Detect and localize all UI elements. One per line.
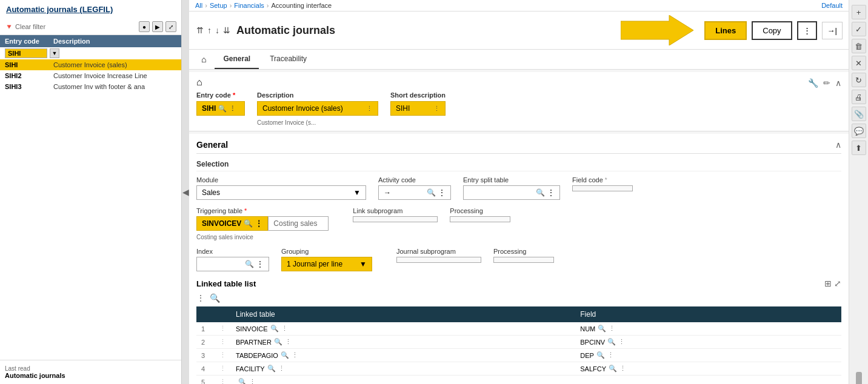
- breadcrumb-default[interactable]: Default: [821, 2, 843, 9]
- index-more-icon[interactable]: ⋮: [256, 260, 264, 268]
- list-item[interactable]: SIHI2 Customer Invoice Increase Line: [0, 70, 181, 81]
- link-subprogram-input[interactable]: [353, 216, 438, 222]
- lines-button[interactable]: Lines: [704, 21, 747, 40]
- entry-code-filter[interactable]: [5, 48, 47, 58]
- nav-prev-btn[interactable]: ↑: [206, 25, 213, 35]
- filter-toggle-icon[interactable]: ▼: [50, 48, 59, 58]
- cell-more-icon[interactable]: ⋮: [619, 365, 626, 372]
- right-add-btn[interactable]: +: [852, 5, 866, 19]
- right-print-btn[interactable]: 🖨: [852, 90, 866, 104]
- entry-split-input[interactable]: 🔍 ⋮: [463, 185, 560, 200]
- record-collapse-btn[interactable]: ∧: [834, 77, 843, 89]
- linked-table-layers-btn[interactable]: ⊞: [824, 279, 832, 288]
- home-icon[interactable]: ⌂: [196, 77, 202, 87]
- processing-input-1[interactable]: [450, 216, 510, 222]
- breadcrumb-setup[interactable]: Setup: [210, 2, 227, 9]
- journal-subprogram-input[interactable]: [396, 257, 481, 263]
- index-input[interactable]: 🔍 ⋮: [196, 257, 269, 271]
- exit-button[interactable]: →|: [822, 22, 843, 39]
- module-select[interactable]: Sales ▼: [196, 185, 366, 200]
- row-drag[interactable]: ⋮: [215, 336, 231, 349]
- activity-code-input[interactable]: → 🔍 ⋮: [378, 185, 451, 200]
- right-delete-btn[interactable]: 🗑: [852, 39, 866, 53]
- right-checkmark-btn[interactable]: ✓: [852, 22, 866, 36]
- entry-code-input[interactable]: SIHI 🔍 ⋮: [196, 101, 245, 116]
- cell-more-icon[interactable]: ⋮: [278, 365, 285, 372]
- cell-more-icon[interactable]: ⋮: [285, 338, 292, 346]
- cell-search-icon[interactable]: 🔍: [596, 351, 605, 359]
- right-chat-btn[interactable]: 💬: [852, 124, 866, 138]
- cell-more-icon[interactable]: ⋮: [249, 378, 256, 384]
- processing-input-2[interactable]: [493, 257, 554, 263]
- entry-more-icon[interactable]: ⋮: [229, 105, 236, 113]
- sidebar-icon-2[interactable]: ▶: [152, 21, 163, 32]
- nav-first-btn[interactable]: ⇈: [195, 25, 205, 35]
- right-clip-btn[interactable]: 📎: [852, 107, 866, 121]
- cell-search-icon[interactable]: 🔍: [609, 365, 617, 372]
- cell-search-icon[interactable]: 🔍: [270, 325, 279, 333]
- table-row[interactable]: 2 ⋮ BPARTNER 🔍 ⋮: [196, 336, 841, 349]
- right-upload-btn[interactable]: ⬆: [852, 141, 866, 155]
- table-row[interactable]: 5 ⋮ 🔍 ⋮: [196, 376, 841, 385]
- sidebar-collapse-btn[interactable]: ◀: [182, 0, 189, 384]
- row-drag[interactable]: ⋮: [215, 362, 231, 376]
- table-row[interactable]: 4 ⋮ FACILITY 🔍 ⋮: [196, 362, 841, 376]
- table-search-btn[interactable]: 🔍: [210, 293, 220, 303]
- record-pencil-btn[interactable]: ✏: [822, 77, 832, 89]
- row-drag[interactable]: ⋮: [215, 349, 231, 362]
- cell-search-icon[interactable]: 🔍: [598, 325, 606, 333]
- cell-more-icon[interactable]: ⋮: [607, 351, 614, 359]
- cell-search-icon[interactable]: 🔍: [267, 365, 276, 372]
- sidebar-title[interactable]: Automatic journals (LEGFIL): [0, 0, 181, 19]
- index-search-icon[interactable]: 🔍: [245, 260, 254, 268]
- cell-search-icon[interactable]: 🔍: [281, 351, 289, 359]
- record-wrench-btn[interactable]: 🔧: [807, 77, 820, 89]
- activity-more-icon[interactable]: ⋮: [438, 188, 446, 197]
- list-item[interactable]: SIHI3 Customer Inv with footer & ana: [0, 81, 181, 92]
- description-input[interactable]: Customer Invoice (sales) ⋮: [257, 101, 378, 116]
- entry-search-icon[interactable]: 🔍: [218, 105, 227, 113]
- tab-traceability[interactable]: Traceability: [261, 50, 315, 69]
- trigger-search-icon[interactable]: 🔍: [244, 219, 253, 228]
- sidebar-expand-icon[interactable]: ⤢: [165, 21, 176, 32]
- activity-search-icon[interactable]: 🔍: [427, 188, 436, 197]
- short-desc-more-icon[interactable]: ⋮: [433, 105, 440, 113]
- cell-more-icon[interactable]: ⋮: [292, 351, 298, 359]
- scroll-thumb[interactable]: [856, 372, 862, 384]
- copy-button[interactable]: Copy: [752, 21, 792, 40]
- cell-more-icon[interactable]: ⋮: [281, 325, 288, 333]
- cell-search-icon[interactable]: 🔍: [238, 378, 247, 384]
- right-x-btn[interactable]: ✕: [852, 56, 866, 70]
- table-row[interactable]: 1 ⋮ SINVOICE 🔍 ⋮: [196, 322, 841, 336]
- desc-more-icon[interactable]: ⋮: [366, 105, 373, 113]
- costing-input[interactable]: Costing sales: [268, 216, 329, 231]
- trigger-more-icon[interactable]: ⋮: [255, 219, 262, 228]
- tab-home[interactable]: ⌂: [195, 50, 212, 69]
- nav-next-btn[interactable]: ↓: [214, 25, 221, 35]
- row-drag[interactable]: ⋮: [215, 376, 231, 385]
- field-code-input[interactable]: [572, 185, 633, 191]
- right-refresh-btn[interactable]: ↻: [852, 73, 866, 87]
- list-item[interactable]: SIHI Customer Invoice (sales): [0, 59, 181, 70]
- triggering-table-input[interactable]: SINVOICEV 🔍 ⋮: [196, 216, 268, 231]
- breadcrumb-all[interactable]: All: [195, 2, 202, 9]
- row-drag[interactable]: ⋮: [215, 322, 231, 336]
- cell-search-icon[interactable]: 🔍: [607, 338, 616, 346]
- entry-split-search-icon[interactable]: 🔍: [536, 188, 545, 197]
- table-drag-btn[interactable]: ⋮: [196, 293, 205, 303]
- nav-last-btn[interactable]: ⇊: [222, 25, 232, 35]
- table-row[interactable]: 3 ⋮ TABDEPAGIO 🔍 ⋮: [196, 349, 841, 362]
- short-desc-input[interactable]: SIHI ⋮: [390, 101, 446, 116]
- cell-search-icon[interactable]: 🔍: [274, 338, 282, 346]
- breadcrumb-financials[interactable]: Financials: [234, 2, 264, 9]
- more-actions-button[interactable]: ⋮: [797, 21, 817, 40]
- grouping-select[interactable]: 1 Journal per line ▼: [281, 257, 372, 271]
- cell-more-icon[interactable]: ⋮: [609, 325, 615, 333]
- tab-general[interactable]: General: [215, 50, 259, 69]
- section-collapse-btn[interactable]: ∧: [835, 140, 841, 150]
- entry-split-more-icon[interactable]: ⋮: [547, 188, 555, 197]
- clear-filter-btn[interactable]: 🔻 Clear filter: [5, 23, 45, 31]
- cell-more-icon[interactable]: ⋮: [618, 338, 625, 346]
- linked-table-fullscreen-btn[interactable]: ⤢: [834, 279, 841, 288]
- sidebar-icon-1[interactable]: ●: [139, 21, 150, 32]
